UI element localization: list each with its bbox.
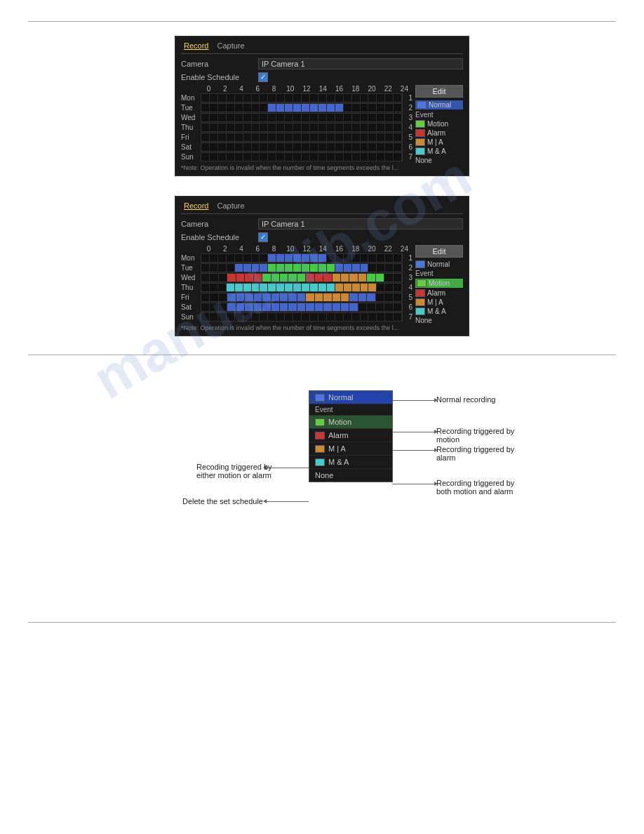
label-alarm-2: alarm [436, 454, 456, 462]
legend-motion-1[interactable]: Motion [415, 120, 463, 128]
time-header-1: 0 2 4 6 8 10 12 14 16 18 20 22 24 [201, 85, 412, 93]
line-normal [392, 400, 434, 401]
note-2: *Note: Operation is invalid when the num… [181, 324, 412, 331]
label-ma-2: both motion and alarm [436, 487, 513, 496]
edit-button-1[interactable]: Edit [415, 85, 463, 98]
panel2-tabs: Record Capture [181, 201, 463, 214]
grid-row-fri-2: Fri 5 [181, 293, 412, 302]
edit-button-2[interactable]: Edit [415, 245, 463, 258]
tab-capture-1[interactable]: Capture [214, 41, 247, 51]
grid-row-mon-2: Mon 1 [181, 253, 412, 263]
menu-item-mia[interactable]: M | A [309, 442, 392, 456]
menu-item-normal[interactable]: Normal [309, 391, 392, 404]
grid-row-sat-2: Sat 6 [181, 303, 412, 312]
line-ma [392, 484, 434, 484]
label-delete: Delete the set schedule [182, 497, 263, 505]
menu-item-alarm[interactable]: Alarm [309, 429, 392, 442]
dvr-panel-2: Record Capture Camera IP Camera 1 Enable… [175, 196, 469, 336]
legend-panel-1: Edit Normal Event Motion Alarm [415, 85, 463, 171]
label-mia-1: Recoding triggered by [196, 463, 272, 471]
legend-alarm-2[interactable]: Alarm [415, 289, 463, 297]
legend-panel-2: Edit Normal Event Motion Alarm [415, 245, 463, 331]
enable-schedule-row-1: Enable Schedule ✓ [181, 72, 463, 82]
grid-row-wed-2: Wed 3 [181, 273, 412, 282]
menu-item-motion[interactable]: Motion [309, 416, 392, 429]
grid-row-tue-1: Tue 2 [181, 103, 412, 112]
line-motion [392, 432, 434, 432]
legend-motion-2[interactable]: Motion [415, 279, 463, 288]
line-none [267, 501, 309, 502]
grid-row-wed-1: Wed 3 [181, 113, 412, 122]
camera-value-1[interactable]: IP Camera 1 [258, 58, 463, 70]
menu-label-motion: Motion [328, 418, 351, 426]
grid-row-tue-2: Tue 2 [181, 263, 412, 272]
grid-row-thu-2: Thu 4 [181, 283, 412, 292]
line-alarm [392, 450, 434, 451]
bottom-divider [28, 622, 616, 623]
annotation-diagram: Normal Event Motion Alarm M | A M & [42, 383, 602, 594]
legend-mia-1[interactable]: M | A [415, 138, 463, 146]
enable-schedule-row-2: Enable Schedule ✓ [181, 232, 463, 242]
menu-label-normal: Normal [328, 393, 353, 402]
camera-row-2: Camera IP Camera 1 [181, 218, 463, 230]
menu-label-none: None [315, 471, 333, 479]
line-mia [267, 468, 309, 468]
label-normal-recording: Normal recording [436, 395, 495, 404]
label-ma-1: Recording triggered by [436, 479, 514, 487]
legend-alarm-1[interactable]: Alarm [415, 129, 463, 137]
camera-label-1: Camera [181, 60, 258, 68]
dvr-panel-1: Record Capture Camera IP Camera 1 Enable… [175, 36, 469, 176]
legend-ma-1[interactable]: M & A [415, 147, 463, 155]
panel1-tabs: Record Capture [181, 41, 463, 54]
legend-none-1[interactable]: None [415, 157, 463, 164]
legend-normal-1[interactable]: Normal [415, 100, 463, 110]
annotation-section: .annot-wrap { position: relative; width:… [0, 362, 644, 615]
menu-section-event: Event [309, 404, 392, 416]
legend-ma-2[interactable]: M & A [415, 307, 463, 315]
menu-label-ma: M & A [328, 458, 349, 466]
grid-cells-mon-1[interactable] [201, 93, 403, 102]
day-label-mon-1: Mon [181, 94, 201, 102]
legend-normal-color-1 [417, 101, 427, 109]
menu-label-mia: M | A [328, 444, 346, 453]
label-motion-1: Recording triggered by [436, 427, 514, 435]
menu-color-ma [315, 458, 325, 466]
legend-mia-2[interactable]: M | A [415, 298, 463, 306]
tab-record-1[interactable]: Record [181, 41, 211, 51]
middle-divider [28, 355, 616, 355]
panel2-wrapper: Record Capture Camera IP Camera 1 Enable… [0, 189, 644, 343]
legend-event-label-1: Event [415, 111, 463, 119]
tab-record-2[interactable]: Record [181, 201, 211, 211]
schedule-area-1: 0 2 4 6 8 10 12 14 16 18 20 22 24 [181, 85, 463, 171]
tab-capture-2[interactable]: Capture [214, 201, 247, 211]
menu-label-alarm: Alarm [328, 431, 349, 439]
grid-row-sun-2: Sun 7 [181, 312, 412, 322]
grid-row-mon-1: Mon 1 [181, 93, 412, 102]
legend-normal-2[interactable]: Normal [415, 260, 463, 268]
enable-schedule-label-1: Enable Schedule [181, 73, 258, 81]
grid-cells-tue-1[interactable] [201, 103, 403, 112]
label-mia-2: either motion or alarm [196, 471, 271, 479]
annotation-menu: Normal Event Motion Alarm M | A M & [309, 390, 393, 482]
schedule-area-2: 024681012141618202224 Mon 1 [181, 245, 463, 331]
menu-color-normal [315, 394, 325, 402]
legend-none-2[interactable]: None [415, 317, 463, 324]
schedule-grid-1: 0 2 4 6 8 10 12 14 16 18 20 22 24 [181, 85, 412, 171]
schedule-grid-2: 024681012141618202224 Mon 1 [181, 245, 412, 331]
panel1-wrapper: Record Capture Camera IP Camera 1 Enable… [0, 29, 644, 183]
camera-row-1: Camera IP Camera 1 [181, 58, 463, 70]
page-container: Record Capture Camera IP Camera 1 Enable… [0, 0, 644, 644]
menu-item-ma[interactable]: M & A [309, 456, 392, 469]
menu-color-alarm [315, 432, 325, 439]
enable-schedule-checkbox-1[interactable]: ✓ [258, 72, 268, 82]
enable-schedule-checkbox-2[interactable]: ✓ [258, 232, 268, 242]
menu-color-mia [315, 445, 325, 453]
label-motion-2: motion [436, 435, 459, 444]
label-alarm-1: Recording triggered by [436, 445, 514, 454]
menu-color-motion [315, 418, 325, 426]
top-divider [28, 21, 616, 22]
menu-item-none[interactable]: None [309, 469, 392, 482]
note-1: *Note: Operation is invalid when the num… [181, 164, 412, 171]
